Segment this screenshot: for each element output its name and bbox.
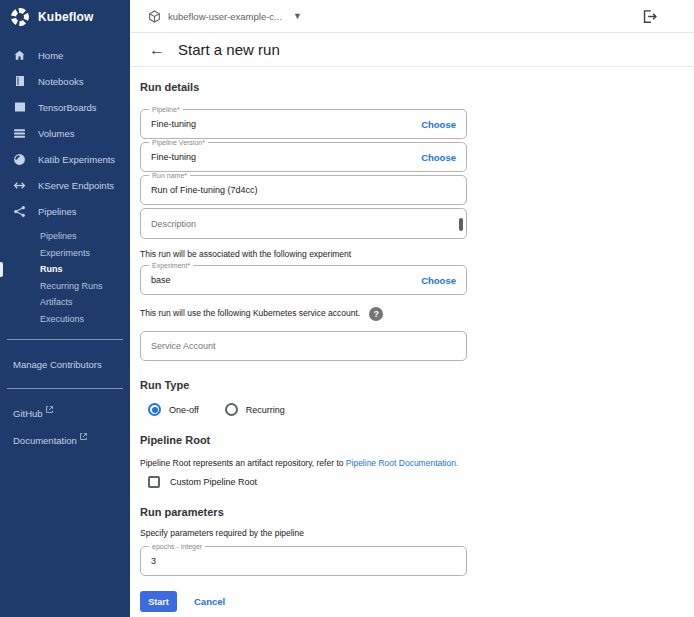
sidebar-item-katib-experiments[interactable]: Katib Experiments (0, 146, 130, 172)
sidebar-subitem-experiments[interactable]: Experiments (0, 245, 130, 262)
run-parameters-subtitle: Specify parameters required by the pipel… (140, 528, 694, 538)
main-area: kubeflow-user-example-c... ▼ ← Start a n… (130, 0, 694, 617)
radio-recurring[interactable]: Recurring (225, 403, 285, 416)
sidebar-subitem-recurring-runs[interactable]: Recurring Runs (0, 278, 130, 295)
radio-unselected-icon[interactable] (225, 403, 238, 416)
sidebar: Kubeflow Home Notebooks TensorBoards (0, 0, 130, 617)
pipelines-icon (13, 205, 26, 218)
custom-pipeline-root-label: Custom Pipeline Root (170, 477, 257, 487)
start-button[interactable]: Start (140, 591, 177, 612)
sidebar-subitem-runs[interactable]: Runs (0, 261, 130, 278)
manage-contributors-label: Manage Contributors (13, 359, 102, 370)
namespace-selector[interactable]: kubeflow-user-example-c... ▼ (148, 10, 302, 23)
run-details-heading: Run details (140, 81, 694, 93)
volumes-icon (13, 127, 26, 140)
experiment-note: This run will be associated with the fol… (140, 249, 694, 259)
github-label: GitHub (13, 408, 43, 419)
pipeline-root-heading: Pipeline Root (140, 434, 694, 446)
sidebar-item-tensorboards[interactable]: TensorBoards (0, 94, 130, 120)
pipeline-version-field-value: Fine-tuning (141, 143, 406, 171)
run-name-field[interactable]: Run name* (140, 175, 467, 205)
subitem-label: Executions (40, 314, 84, 324)
sidebar-nav: Home Notebooks TensorBoards Volumes (0, 42, 130, 452)
pipeline-field-value: Fine-tuning (141, 110, 406, 138)
sidebar-item-manage-contributors[interactable]: Manage Contributors (0, 352, 130, 376)
pipeline-root-description: Pipeline Root represents an artifact rep… (140, 458, 694, 468)
checkbox-unchecked-icon[interactable] (148, 476, 160, 488)
sidebar-item-volumes[interactable]: Volumes (0, 120, 130, 146)
sidebar-item-kserve-endpoints[interactable]: KServe Endpoints (0, 172, 130, 198)
epochs-field[interactable]: epochs - integer (140, 546, 467, 576)
namespace-cube-icon (148, 10, 161, 23)
subitem-label: Runs (40, 264, 63, 274)
namespace-label: kubeflow-user-example-c... (168, 11, 282, 22)
tensorboards-icon (13, 101, 26, 114)
sidebar-item-label: Notebooks (38, 76, 83, 87)
run-name-input[interactable] (141, 176, 466, 204)
sidebar-item-label: Pipelines (38, 206, 77, 217)
sidebar-item-notebooks[interactable]: Notebooks (0, 68, 130, 94)
run-parameters-heading: Run parameters (140, 506, 694, 518)
subitem-label: Pipelines (40, 231, 77, 241)
run-type-options: One-off Recurring (140, 403, 694, 416)
description-resize-handle[interactable] (459, 218, 463, 231)
description-input[interactable] (141, 209, 466, 238)
logout-icon[interactable] (641, 8, 658, 25)
sidebar-subitem-executions[interactable]: Executions (0, 311, 130, 328)
sidebar-link-documentation[interactable]: Documentation (0, 428, 130, 452)
documentation-label: Documentation (13, 435, 77, 446)
external-link-icon (80, 433, 87, 440)
epochs-input[interactable] (141, 547, 466, 575)
pipeline-version-choose-button[interactable]: Choose (421, 143, 456, 171)
kubeflow-logo-icon (10, 7, 30, 27)
pipeline-root-doc-link[interactable]: Pipeline Root Documentation. (346, 458, 458, 468)
subitem-label: Experiments (40, 248, 90, 258)
service-account-note-text: This run will use the following Kubernet… (140, 308, 360, 318)
sidebar-item-home[interactable]: Home (0, 42, 130, 68)
experiment-field[interactable]: Experiment* base Choose (140, 265, 467, 295)
pipelines-submenu: Pipelines Experiments Runs Recurring Run… (0, 228, 130, 327)
help-icon[interactable]: ? (369, 307, 383, 321)
radio-selected-icon[interactable] (148, 403, 161, 416)
custom-pipeline-root-checkbox-row[interactable]: Custom Pipeline Root (140, 476, 694, 488)
run-type-heading: Run Type (140, 379, 694, 391)
cancel-button[interactable]: Cancel (194, 596, 225, 607)
sidebar-item-label: KServe Endpoints (38, 180, 114, 191)
pipeline-root-description-text: Pipeline Root represents an artifact rep… (140, 458, 343, 468)
sidebar-item-label: Volumes (38, 128, 74, 139)
sidebar-item-pipelines[interactable]: Pipelines (0, 198, 130, 224)
sidebar-item-label: Home (38, 50, 63, 61)
experiment-field-value: base (141, 266, 406, 294)
run-name-field-label: Run name* (149, 172, 190, 180)
service-account-input[interactable] (141, 332, 466, 360)
sidebar-item-label: TensorBoards (38, 102, 97, 113)
chevron-down-icon: ▼ (293, 11, 302, 21)
radio-one-off[interactable]: One-off (148, 403, 199, 416)
page-title: Start a new run (178, 41, 280, 58)
app-window: Kubeflow Home Notebooks TensorBoards (0, 0, 694, 617)
subitem-label: Recurring Runs (40, 281, 103, 291)
external-link-icon (46, 406, 53, 413)
pipeline-choose-button[interactable]: Choose (421, 110, 456, 138)
experiment-choose-button[interactable]: Choose (421, 266, 456, 294)
pipeline-version-field[interactable]: Pipeline Version* Fine-tuning Choose (140, 142, 467, 172)
topbar: kubeflow-user-example-c... ▼ (130, 0, 694, 33)
subitem-label: Artifacts (40, 297, 73, 307)
sidebar-link-github[interactable]: GitHub (0, 401, 130, 425)
brand-name: Kubeflow (38, 10, 94, 24)
home-icon (13, 49, 26, 62)
epochs-field-label: epochs - integer (149, 543, 205, 551)
sidebar-subitem-pipelines[interactable]: Pipelines (0, 228, 130, 245)
sidebar-item-label: Katib Experiments (38, 154, 115, 165)
service-account-field[interactable] (140, 331, 467, 361)
notebooks-icon (13, 75, 26, 88)
back-arrow-icon[interactable]: ← (149, 42, 165, 58)
kubeflow-logo-row[interactable]: Kubeflow (0, 0, 130, 34)
pipeline-field[interactable]: Pipeline* Fine-tuning Choose (140, 109, 467, 139)
action-buttons: Start Cancel (140, 591, 694, 612)
katib-icon (13, 153, 26, 166)
description-field[interactable] (140, 208, 467, 239)
page-content: Run details Pipeline* Fine-tuning Choose… (130, 67, 694, 612)
sidebar-subitem-artifacts[interactable]: Artifacts (0, 294, 130, 311)
page-header: ← Start a new run (130, 33, 694, 67)
